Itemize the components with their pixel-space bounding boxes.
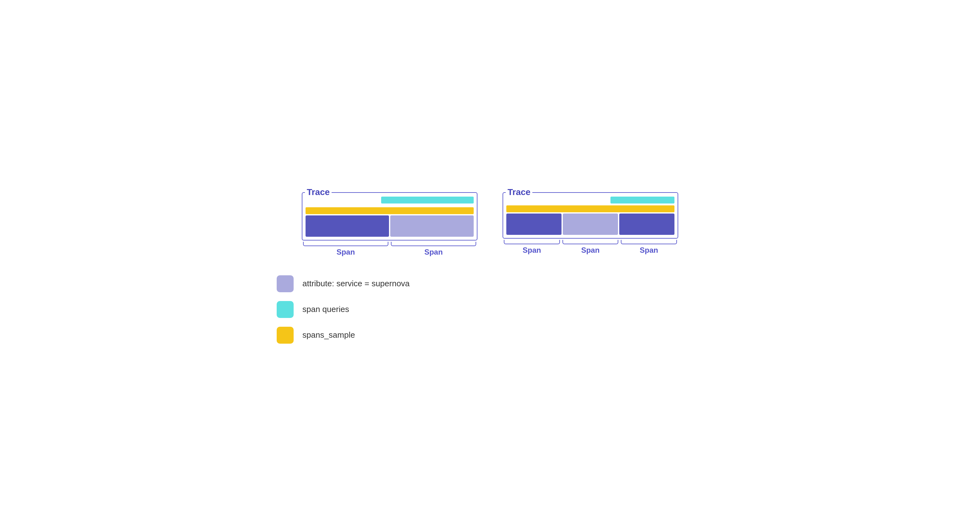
legend: attribute: service = supernova span quer…: [270, 275, 710, 344]
trace-diagram-2: Trace: [503, 175, 678, 256]
span-unit-1-2: Span: [390, 242, 477, 256]
span-label-2-2: Span: [581, 246, 600, 254]
legend-swatch-cyan: [277, 301, 294, 318]
legend-swatch-purple: [277, 275, 294, 292]
span-block-2-1: [506, 213, 562, 235]
span-bracket-1-2: [391, 242, 476, 246]
cyan-bar-2: [611, 197, 675, 203]
span-bracket-2-3: [621, 240, 677, 244]
trace-label-2: Trace: [506, 187, 532, 197]
span-label-2-3: Span: [640, 246, 658, 254]
span-unit-1-1: Span: [302, 242, 390, 256]
cyan-bar-1: [381, 197, 474, 203]
legend-swatch-gold: [277, 327, 294, 344]
span-block-1-1: [305, 215, 389, 237]
span-bracket-2-1: [504, 240, 560, 244]
trace-diagram-1: Trace: [302, 175, 477, 256]
span-labels-row-2: Span Span Span: [503, 240, 678, 254]
span-unit-2-2: Span: [561, 240, 620, 254]
span-label-1-1: Span: [337, 248, 355, 256]
gold-bar-2: [506, 205, 675, 212]
legend-text-1: span queries: [302, 305, 349, 314]
legend-item-0: attribute: service = supernova: [277, 275, 710, 292]
gold-bar-1: [305, 207, 474, 214]
spans-blocks-1: [305, 215, 474, 237]
trace-box-1: Trace: [302, 192, 477, 240]
trace-outer-1: Trace: [302, 175, 477, 256]
diagrams-row: Trace: [270, 175, 710, 256]
page-container: Trace: [270, 175, 710, 344]
span-labels-row-1: Span Span: [302, 242, 477, 256]
legend-text-0: attribute: service = supernova: [302, 279, 410, 288]
span-block-2-3: [619, 213, 675, 235]
trace-box-2: Trace: [503, 192, 678, 238]
legend-item-2: spans_sample: [277, 327, 710, 344]
spans-blocks-2: [506, 213, 675, 235]
span-bracket-1-1: [303, 242, 388, 246]
span-block-1-2: [390, 215, 474, 237]
span-label-1-2: Span: [425, 248, 443, 256]
span-unit-2-3: Span: [620, 240, 678, 254]
trace-outer-2: Trace: [503, 175, 678, 254]
legend-item-1: span queries: [277, 301, 710, 318]
trace-label-1: Trace: [305, 187, 332, 197]
span-bracket-2-2: [562, 240, 619, 244]
span-label-2-1: Span: [523, 246, 541, 254]
legend-text-2: spans_sample: [302, 330, 355, 340]
span-block-2-2: [563, 213, 618, 235]
span-unit-2-1: Span: [503, 240, 561, 254]
